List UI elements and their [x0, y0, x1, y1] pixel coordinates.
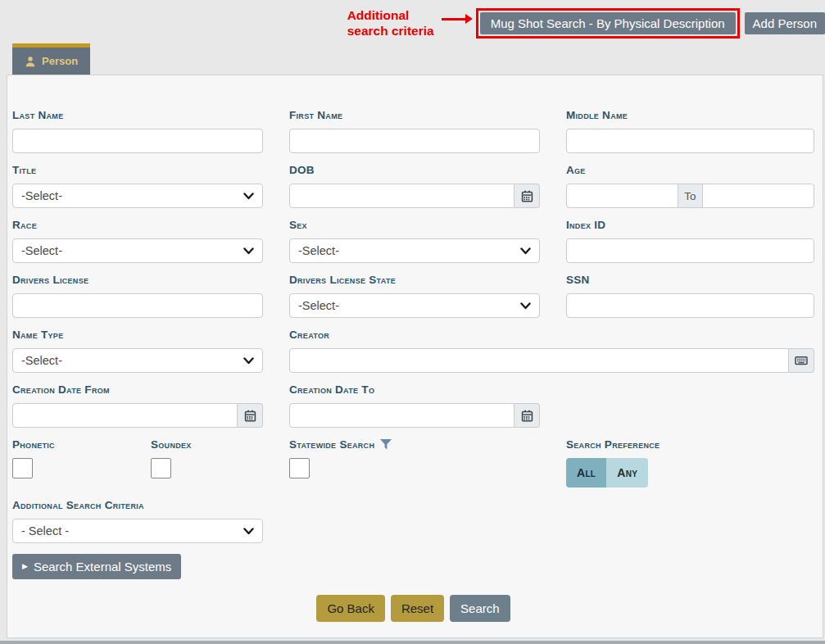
search-external-systems-button[interactable]: ▶ Search External Systems — [12, 554, 181, 579]
index-id-label: Index ID — [566, 218, 814, 232]
chevron-down-icon — [520, 247, 531, 255]
field-soundex: Soundex — [151, 438, 263, 488]
field-creator: Creator — [289, 328, 814, 373]
field-index-id: Index ID — [566, 218, 814, 263]
statewide-search-checkbox[interactable] — [289, 458, 310, 478]
field-creation-date-from: Creation Date From — [12, 383, 263, 428]
creation-date-to-label: Creation Date To — [289, 383, 540, 397]
field-phonetic: Phonetic — [12, 438, 151, 488]
creator-keyboard-addon[interactable] — [789, 348, 814, 373]
drivers-license-label: Drivers License — [12, 273, 263, 287]
age-label: Age — [566, 163, 814, 177]
search-preference-toggle: All Any — [566, 458, 648, 488]
field-first-name: First Name — [289, 108, 540, 153]
middle-name-label: Middle Name — [566, 108, 814, 122]
creation-date-to-input[interactable] — [289, 403, 514, 428]
dob-input[interactable] — [289, 184, 514, 208]
annotation-highlight-box: Mug Shot Search - By Physical Descriptio… — [476, 8, 740, 39]
race-select[interactable]: -Select- — [12, 238, 263, 263]
field-name-type: Name Type -Select- — [12, 328, 263, 373]
calendar-icon — [521, 190, 533, 202]
creation-date-from-input[interactable] — [12, 403, 238, 428]
phonetic-soundex-group: Phonetic Soundex — [12, 438, 263, 488]
field-sex: Sex -Select- — [289, 218, 540, 263]
search-form-panel: Last Name First Name Middle Name Title -… — [7, 75, 823, 638]
field-statewide-search: Statewide Search — [289, 438, 540, 488]
chevron-down-icon — [243, 357, 254, 365]
soundex-checkbox[interactable] — [151, 458, 171, 478]
calendar-icon — [244, 410, 256, 422]
field-creation-date-to: Creation Date To — [289, 383, 540, 428]
caret-right-icon: ▶ — [22, 563, 28, 570]
chevron-down-icon — [243, 247, 254, 255]
tab-person-label: Person — [42, 55, 78, 67]
last-name-input[interactable] — [12, 129, 263, 153]
field-middle-name: Middle Name — [566, 108, 814, 153]
tab-bar: Person — [12, 43, 825, 75]
field-search-preference: Search Preference All Any — [566, 438, 814, 488]
creation-to-calendar-addon[interactable] — [514, 403, 540, 428]
creation-date-from-label: Creation Date From — [12, 383, 263, 397]
filter-icon[interactable] — [380, 439, 392, 450]
chevron-down-icon — [243, 528, 254, 535]
preference-all-button[interactable]: All — [566, 458, 606, 488]
sex-select[interactable]: -Select- — [289, 238, 540, 263]
add-person-button[interactable]: Add Person — [745, 12, 825, 34]
field-last-name: Last Name — [12, 108, 263, 153]
dob-label: DOB — [289, 163, 540, 177]
go-back-button[interactable]: Go Back — [316, 595, 385, 622]
title-label: Title — [12, 163, 263, 177]
reset-button[interactable]: Reset — [391, 595, 444, 622]
form-actions: Go Back Reset Search — [12, 595, 814, 622]
field-dob: DOB — [289, 163, 540, 208]
age-from-input[interactable] — [566, 184, 678, 208]
arrow-right-icon — [442, 14, 473, 24]
field-additional-search-criteria: Additional Search Criteria - Select - — [12, 498, 263, 543]
field-race: Race -Select- — [12, 218, 263, 263]
first-name-input[interactable] — [289, 129, 540, 153]
page-header: Additional search criteria Mug Shot Sear… — [0, 0, 825, 43]
field-age: Age To — [566, 163, 814, 208]
drivers-license-state-select[interactable]: -Select- — [289, 293, 540, 318]
name-type-label: Name Type — [12, 328, 263, 342]
last-name-label: Last Name — [12, 108, 263, 122]
middle-name-input[interactable] — [566, 129, 814, 153]
creator-input[interactable] — [289, 348, 789, 373]
name-type-select[interactable]: -Select- — [12, 348, 263, 373]
drivers-license-state-label: Drivers License State — [289, 273, 540, 287]
dob-calendar-addon[interactable] — [514, 184, 540, 208]
field-drivers-license-state: Drivers License State -Select- — [289, 273, 540, 318]
annotation-text: Additional search criteria — [347, 8, 434, 39]
mug-shot-search-button[interactable]: Mug Shot Search - By Physical Descriptio… — [480, 12, 736, 34]
ssn-label: SSN — [566, 273, 814, 287]
title-select[interactable]: -Select- — [12, 184, 263, 208]
drivers-license-input[interactable] — [12, 293, 263, 318]
person-icon — [25, 56, 36, 67]
creator-label: Creator — [289, 328, 814, 342]
chevron-down-icon — [243, 193, 254, 200]
age-to-separator: To — [678, 184, 703, 208]
race-label: Race — [12, 218, 263, 232]
additional-search-criteria-select[interactable]: - Select - — [12, 519, 263, 543]
ssn-input[interactable] — [566, 293, 814, 318]
field-ssn: SSN — [566, 273, 814, 318]
field-title: Title -Select- — [12, 163, 263, 208]
keyboard-icon — [795, 354, 808, 367]
sex-label: Sex — [289, 218, 540, 232]
chevron-down-icon — [520, 302, 531, 310]
phonetic-checkbox[interactable] — [12, 458, 33, 478]
search-preference-label: Search Preference — [566, 438, 814, 451]
bottom-divider-bar — [0, 641, 825, 644]
age-to-input[interactable] — [702, 184, 814, 208]
calendar-icon — [521, 410, 533, 422]
phonetic-label: Phonetic — [12, 438, 151, 451]
preference-any-button[interactable]: Any — [606, 458, 648, 488]
additional-search-criteria-label: Additional Search Criteria — [12, 498, 263, 512]
first-name-label: First Name — [289, 108, 540, 122]
creation-from-calendar-addon[interactable] — [238, 403, 263, 428]
tab-person[interactable]: Person — [12, 43, 90, 75]
soundex-label: Soundex — [151, 438, 263, 451]
statewide-search-label: Statewide Search — [289, 438, 374, 451]
search-button[interactable]: Search — [450, 595, 510, 622]
index-id-input[interactable] — [566, 238, 814, 263]
